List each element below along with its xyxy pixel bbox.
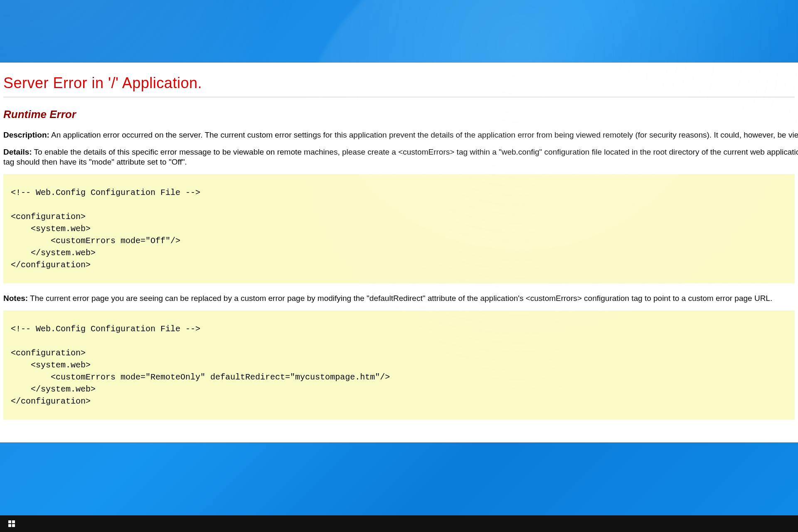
windows-logo-icon [8, 520, 15, 527]
notes-label: Notes: [3, 294, 28, 303]
description-paragraph: Description: An application error occurr… [3, 130, 798, 140]
details-label: Details: [3, 148, 32, 156]
divider [3, 97, 795, 97]
error-page-body: Server Error in '/' Application. Runtime… [0, 63, 798, 442]
notes-paragraph: Notes: The current error page you are se… [3, 293, 795, 304]
code-sample-off: <!-- Web.Config Configuration File --> <… [3, 174, 795, 283]
browser-window: Server Error in '/' Application. Runtime… [0, 62, 798, 443]
start-button[interactable] [2, 515, 22, 532]
taskbar[interactable] [0, 515, 798, 532]
description-label: Description: [3, 131, 49, 139]
desktop-wallpaper: Server Error in '/' Application. Runtime… [0, 0, 798, 532]
details-text: To enable the details of this specific e… [3, 148, 798, 167]
code-sample-remoteonly: <!-- Web.Config Configuration File --> <… [3, 310, 795, 420]
notes-text: The current error page you are seeing ca… [30, 294, 772, 303]
description-text: An application error occurred on the ser… [51, 131, 798, 139]
page-title: Server Error in '/' Application. [3, 74, 795, 92]
error-subtitle: Runtime Error [3, 108, 795, 121]
details-paragraph: Details: To enable the details of this s… [3, 147, 798, 167]
